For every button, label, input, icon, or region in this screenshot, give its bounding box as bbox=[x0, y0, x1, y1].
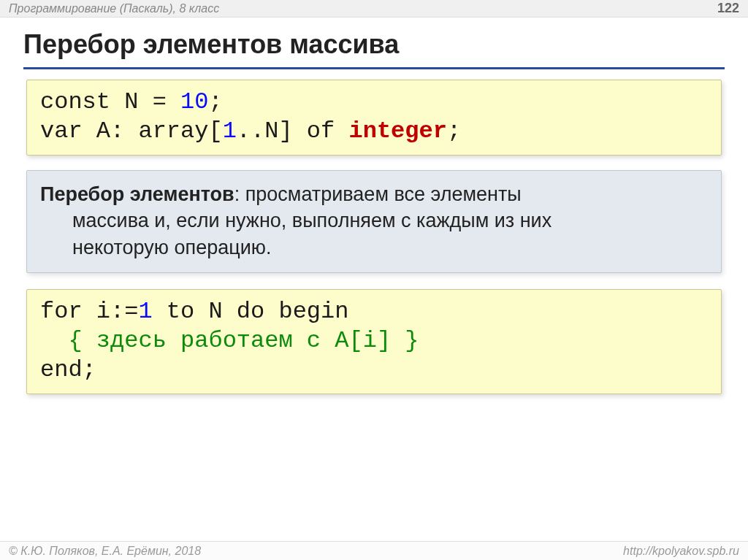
code-text: ..N] of bbox=[237, 118, 349, 145]
page-title: Перебор элементов массива bbox=[23, 25, 725, 69]
definition-text: массива и, если нужно, выполняем с кажды… bbox=[40, 207, 708, 234]
code-text: var A: array[ bbox=[40, 118, 223, 145]
code-text bbox=[138, 88, 152, 115]
code-text bbox=[167, 88, 180, 115]
definition-box: Перебор элементов: просматриваем все эле… bbox=[26, 170, 722, 273]
code-line: const N = 10; bbox=[40, 88, 708, 117]
code-line: for i:=1 to N do begin bbox=[40, 297, 708, 326]
code-line: end; bbox=[40, 356, 708, 385]
code-number: 10 bbox=[180, 88, 208, 115]
code-line: var A: array[1..N] of integer; bbox=[40, 117, 708, 146]
breadcrumb: Программирование (Паскаль), 8 класс bbox=[9, 2, 219, 15]
slide-header: Программирование (Паскаль), 8 класс 122 bbox=[0, 0, 748, 18]
slide-content: Перебор элементов массива const N = 10; … bbox=[0, 18, 748, 394]
definition-term: Перебор элементов bbox=[40, 183, 234, 205]
code-comment: { здесь работаем с A[i] } bbox=[40, 327, 419, 354]
slide-footer: © К.Ю. Поляков, Е.А. Ерёмин, 2018 http:/… bbox=[0, 541, 748, 560]
code-text: for i:= bbox=[40, 298, 138, 325]
code-line: { здесь работаем с A[i] } bbox=[40, 326, 708, 356]
page-number: 122 bbox=[717, 1, 739, 16]
code-text: = bbox=[153, 88, 167, 115]
code-block-declaration: const N = 10; var A: array[1..N] of inte… bbox=[26, 80, 722, 156]
code-text: to N do begin bbox=[153, 298, 349, 325]
code-type: integer bbox=[348, 118, 446, 145]
code-block-loop: for i:=1 to N do begin { здесь работаем … bbox=[26, 289, 722, 394]
code-text: ; bbox=[447, 118, 461, 145]
code-number: 1 bbox=[138, 298, 152, 325]
definition-text: : просматриваем все элементы bbox=[234, 183, 522, 205]
code-number: 1 bbox=[223, 118, 237, 145]
code-text: ; bbox=[208, 88, 222, 115]
footer-url: http://kpolyakov.spb.ru bbox=[623, 545, 739, 558]
footer-copyright: © К.Ю. Поляков, Е.А. Ерёмин, 2018 bbox=[9, 545, 201, 558]
definition-text: некоторую операцию. bbox=[40, 234, 708, 261]
code-text: end; bbox=[40, 356, 96, 383]
code-text: const N bbox=[40, 88, 138, 115]
